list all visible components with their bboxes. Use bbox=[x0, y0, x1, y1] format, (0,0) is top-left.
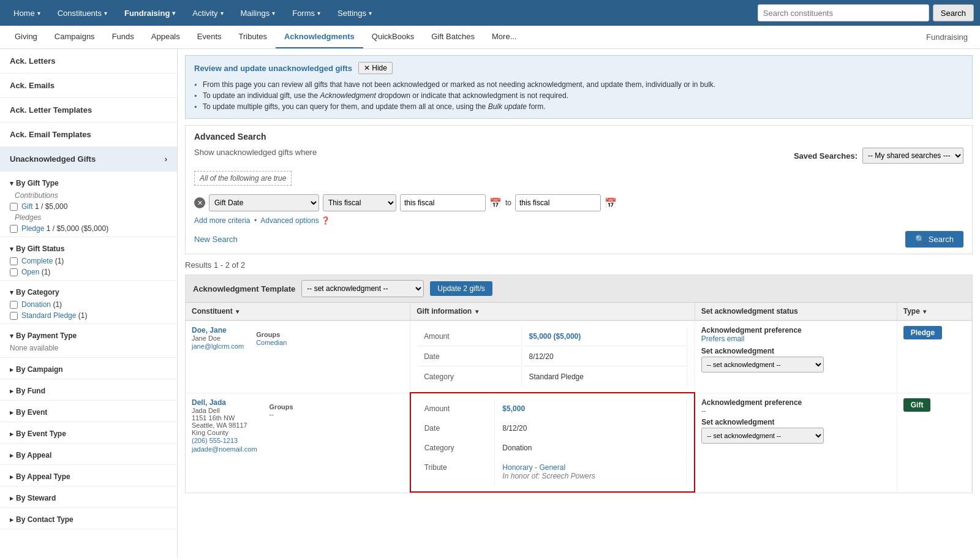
by-event-type-header[interactable]: By Event Type bbox=[10, 426, 167, 441]
open-label: Open (1) bbox=[21, 268, 50, 276]
subnav-funds[interactable]: Funds bbox=[104, 26, 143, 48]
amount-value-1[interactable]: $5,000 ($5,000) bbox=[529, 332, 581, 341]
advanced-options-link[interactable]: Advanced options bbox=[260, 216, 318, 225]
col-header-type[interactable]: Type ▾ bbox=[897, 303, 971, 320]
subnav-gift-batches[interactable]: Gift Batches bbox=[423, 26, 483, 48]
groups-label-2: Groups bbox=[270, 403, 293, 411]
nav-fundraising[interactable]: Fundraising ▾ bbox=[117, 4, 183, 23]
constituent-phone-2[interactable]: (206) 555-1213 bbox=[192, 437, 238, 444]
complete-checkbox[interactable] bbox=[10, 257, 18, 265]
by-campaign-header[interactable]: By Campaign bbox=[10, 361, 167, 376]
pledge-link[interactable]: Pledge bbox=[21, 224, 44, 233]
subnav-giving[interactable]: Giving bbox=[6, 26, 46, 48]
by-gift-type-header[interactable]: By Gift Type bbox=[10, 175, 167, 190]
by-category-header[interactable]: By Category bbox=[10, 284, 167, 299]
update-gifts-button[interactable]: Update 2 gift/s bbox=[430, 281, 492, 296]
nav-forms[interactable]: Forms ▾ bbox=[285, 4, 328, 23]
gift-check-item[interactable]: Gift 1 / $5,000 bbox=[10, 201, 167, 212]
gift-checkbox[interactable] bbox=[10, 203, 18, 211]
constituent-email-2[interactable]: jadade@noemail.com bbox=[192, 445, 257, 453]
ack-template-select[interactable]: -- set acknowledgment -- bbox=[301, 280, 424, 297]
nav-home[interactable]: Home ▾ bbox=[6, 4, 48, 23]
nav-settings[interactable]: Settings ▾ bbox=[330, 4, 379, 23]
by-payment-type-header[interactable]: By Payment Type bbox=[10, 328, 167, 342]
calendar-to-icon[interactable]: 📅 bbox=[605, 197, 617, 209]
standard-pledge-checkbox[interactable] bbox=[10, 312, 18, 320]
by-event-header[interactable]: By Event bbox=[10, 404, 167, 419]
by-fund-header[interactable]: By Fund bbox=[10, 383, 167, 398]
calendar-from-icon[interactable]: 📅 bbox=[489, 197, 502, 209]
top-search-area: Search bbox=[758, 4, 974, 21]
help-icon: ❓ bbox=[321, 216, 330, 225]
by-contact-type-header[interactable]: By Contact Type bbox=[10, 512, 167, 526]
search-submit-button[interactable]: 🔍 Search bbox=[905, 231, 963, 248]
sidebar-ack-letters[interactable]: Ack. Letters bbox=[0, 49, 177, 74]
sidebar-ack-emails[interactable]: Ack. Emails bbox=[0, 74, 177, 98]
by-appeal-header[interactable]: By Appeal bbox=[10, 447, 167, 462]
table-header-bar: Acknowledgment Template -- set acknowled… bbox=[186, 275, 972, 303]
complete-link[interactable]: Complete bbox=[21, 257, 53, 265]
complete-check-item[interactable]: Complete (1) bbox=[10, 255, 167, 267]
donation-checkbox[interactable] bbox=[10, 301, 18, 309]
type-cell-1: Pledge bbox=[897, 320, 971, 393]
criterion-to-input[interactable] bbox=[515, 194, 601, 211]
donation-link[interactable]: Donation bbox=[21, 300, 51, 309]
subnav-appeals[interactable]: Appeals bbox=[143, 26, 189, 48]
by-gift-status-header[interactable]: By Gift Status bbox=[10, 241, 167, 255]
nav-activity[interactable]: Activity ▾ bbox=[185, 4, 230, 23]
hide-button[interactable]: ✕ Hide bbox=[358, 62, 393, 74]
new-search-link[interactable]: New Search bbox=[194, 235, 238, 244]
gift-link[interactable]: Gift bbox=[21, 202, 33, 211]
constituent-email-1[interactable]: jane@lglcrm.com bbox=[192, 342, 244, 350]
col-header-gift[interactable]: Gift information ▾ bbox=[410, 303, 695, 320]
constituent-name-2[interactable]: Dell, Jada bbox=[192, 398, 226, 407]
subnav-more[interactable]: More... bbox=[483, 26, 525, 48]
tribute-value-2[interactable]: Honorary - General bbox=[502, 463, 565, 472]
col-header-constituent[interactable]: Constituent ▾ bbox=[186, 303, 410, 320]
open-checkbox[interactable] bbox=[10, 268, 18, 276]
open-check-item[interactable]: Open (1) bbox=[10, 267, 167, 278]
standard-pledge-check-item[interactable]: Standard Pledge (1) bbox=[10, 310, 167, 321]
amount-value-2[interactable]: $5,000 bbox=[502, 404, 525, 413]
add-more-criteria-link[interactable]: Add more criteria bbox=[194, 216, 250, 225]
open-link[interactable]: Open bbox=[21, 268, 39, 276]
ack-row-select-1[interactable]: -- set acknowledgment -- bbox=[701, 357, 824, 373]
nav-constituents[interactable]: Constituents ▾ bbox=[50, 4, 115, 23]
type-badge-1[interactable]: Pledge bbox=[903, 326, 942, 339]
sidebar-ack-email-templates[interactable]: Ack. Email Templates bbox=[0, 123, 177, 147]
criterion-field-select[interactable]: Gift Date bbox=[209, 194, 319, 211]
sidebar-unacknowledged-gifts[interactable]: Unacknowledged Gifts › bbox=[0, 147, 177, 172]
type-badge-2[interactable]: Gift bbox=[903, 398, 931, 412]
subnav-acknowledgments[interactable]: Acknowledgments bbox=[276, 26, 363, 48]
tribute-label-2: Tribute bbox=[418, 458, 496, 485]
subnav-tributes[interactable]: Tributes bbox=[230, 26, 276, 48]
constituent-info-2: Dell, Jada Jada Dell 1151 16th NW Seattl… bbox=[192, 398, 257, 453]
by-appeal-type-header[interactable]: By Appeal Type bbox=[10, 469, 167, 483]
pledge-checkbox[interactable] bbox=[10, 225, 18, 233]
standard-pledge-link[interactable]: Standard Pledge bbox=[21, 311, 76, 320]
search-button[interactable]: Search bbox=[933, 4, 974, 21]
criterion-range-select[interactable]: This fiscal bbox=[323, 194, 396, 211]
subnav-quickbooks[interactable]: QuickBooks bbox=[363, 26, 423, 48]
group-link-1[interactable]: Comedian bbox=[256, 339, 287, 346]
nav-mailings[interactable]: Mailings ▾ bbox=[233, 4, 283, 23]
by-steward-header[interactable]: By Steward bbox=[10, 490, 167, 505]
criterion-from-input[interactable] bbox=[400, 194, 486, 211]
search-input[interactable] bbox=[758, 4, 929, 21]
sidebar-ack-letter-templates[interactable]: Ack. Letter Templates bbox=[0, 98, 177, 123]
donation-check-item[interactable]: Donation (1) bbox=[10, 299, 167, 310]
ack-row-select-2[interactable]: -- set acknowledgment -- bbox=[701, 428, 824, 444]
criteria-row: ✕ Gift Date This fiscal 📅 to 📅 bbox=[194, 194, 963, 211]
standard-pledge-count: (1) bbox=[78, 311, 88, 320]
constituent-org-2: Jada Dell bbox=[192, 407, 257, 414]
home-chevron-icon: ▾ bbox=[37, 10, 40, 17]
remove-criterion-button[interactable]: ✕ bbox=[194, 197, 205, 208]
table-row: Dell, Jada Jada Dell 1151 16th NW Seattl… bbox=[186, 393, 972, 492]
subnav-campaigns[interactable]: Campaigns bbox=[46, 26, 104, 48]
constituent-name-1[interactable]: Doe, Jane bbox=[192, 326, 227, 335]
subnav-events[interactable]: Events bbox=[189, 26, 230, 48]
forms-chevron-icon: ▾ bbox=[317, 10, 320, 17]
saved-searches-select[interactable]: -- My shared searches --- bbox=[862, 148, 963, 164]
pledge-check-item[interactable]: Pledge 1 / $5,000 ($5,000) bbox=[10, 223, 167, 234]
ack-cell-1: Acknowledgment preference Prefers email … bbox=[695, 320, 897, 393]
